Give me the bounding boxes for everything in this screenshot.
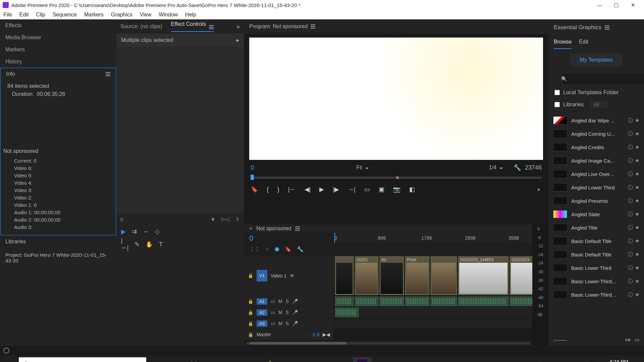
menu-clip[interactable]: Clip: [36, 12, 45, 18]
tab-effects[interactable]: Effects: [0, 19, 116, 32]
library-filter-select[interactable]: All: [590, 101, 607, 108]
premiere-taskbar-icon[interactable]: Pr: [353, 357, 372, 362]
mark-in-icon[interactable]: {: [267, 186, 269, 193]
menu-help[interactable]: Help: [185, 12, 196, 18]
tab-effect-controls[interactable]: Effect Controls: [171, 21, 214, 32]
marker-add-icon[interactable]: ⬣: [275, 246, 279, 252]
taskbar-clock[interactable]: 4:24 PM 11/2/2020: [606, 359, 628, 362]
program-viewer[interactable]: [249, 38, 543, 160]
step-back-icon[interactable]: ◀|: [305, 186, 311, 193]
favorite-icon[interactable]: ★: [635, 117, 639, 124]
marker-tag-icon[interactable]: 🔖: [285, 246, 291, 252]
snap-icon[interactable]: ⋮⋮: [249, 246, 260, 252]
a1-track[interactable]: [334, 296, 532, 307]
lock-icon[interactable]: 🔒: [248, 273, 253, 278]
disclosure-icon[interactable]: ▸: [236, 37, 239, 43]
minimize-button[interactable]: —: [591, 2, 608, 8]
maximize-button[interactable]: ▢: [608, 2, 625, 8]
zoom-out-icon[interactable]: ○: [247, 340, 250, 346]
local-templates-checkbox[interactable]: [554, 90, 560, 95]
my-templates-button[interactable]: My Templates: [570, 54, 622, 66]
track-select-tool[interactable]: ⇉: [132, 228, 137, 235]
template-item[interactable]: Angled Titleⓘ★: [548, 221, 644, 234]
template-item[interactable]: Angled Lower Thirdⓘ★: [548, 181, 644, 194]
zoom-fit-select[interactable]: Fit: [346, 165, 379, 171]
a2-header[interactable]: 🔒 A2 ▭MS🎤: [244, 307, 334, 318]
task-view-icon[interactable]: ⧉: [165, 357, 184, 362]
timeline-content[interactable]: 20201 An Price. 20201023_144653. 2020102…: [334, 256, 532, 340]
rate-stretch-tool[interactable]: ◇: [155, 228, 160, 235]
template-item[interactable]: Basic Lower-Third...ⓘ★: [548, 275, 644, 288]
master-header[interactable]: 🔒 Master -1.3 ▶◀: [244, 329, 334, 340]
tab-markers[interactable]: Markers: [0, 44, 116, 56]
menu-markers[interactable]: Markers: [84, 12, 104, 18]
selection-tool[interactable]: ▶: [121, 228, 126, 235]
program-menu-icon[interactable]: [311, 24, 315, 28]
panel-menu-icon[interactable]: [605, 25, 609, 29]
timeline-menu-icon[interactable]: [295, 227, 300, 231]
go-to-out-icon[interactable]: →|: [348, 186, 356, 193]
a3-header[interactable]: 🔒 A3 ▭MS🎤: [244, 318, 334, 329]
lock-icon[interactable]: 🔒: [248, 321, 253, 326]
edge-icon[interactable]: ◍: [315, 357, 334, 362]
template-item[interactable]: Angled Presentsⓘ★: [548, 194, 644, 207]
timeline-ruler[interactable]: 0 899 1799 2699 3598: [334, 233, 532, 243]
mail-icon[interactable]: ✉: [221, 357, 240, 362]
cortana-icon[interactable]: ○: [146, 357, 165, 362]
tab-history[interactable]: History: [0, 56, 116, 68]
ripple-edit-tool[interactable]: ↔: [143, 228, 149, 235]
a3-track[interactable]: [334, 318, 532, 329]
start-button[interactable]: ⊞: [0, 361, 19, 362]
zoom-out-icon[interactable]: ○───: [553, 337, 567, 343]
creative-cloud-icon[interactable]: [3, 348, 9, 354]
menu-edit[interactable]: Edit: [19, 12, 29, 18]
play-icon[interactable]: ▶: [319, 186, 324, 193]
clip[interactable]: An: [380, 256, 404, 295]
template-item[interactable]: Angled Coming U...ⓘ★: [548, 127, 644, 140]
toggle-output-icon[interactable]: 👁: [290, 273, 294, 279]
v1-header[interactable]: 🔒 V1 Video 1 👁: [244, 256, 334, 296]
program-timecode[interactable]: 0: [251, 164, 291, 171]
template-item[interactable]: Angled Creditsⓘ★: [548, 140, 644, 154]
linked-sel-icon[interactable]: ∩: [265, 246, 269, 252]
marker-icon[interactable]: 🔖: [251, 186, 258, 193]
button-editor-icon[interactable]: ＋: [536, 185, 542, 193]
lift-icon[interactable]: ▭: [364, 186, 370, 193]
tab-info[interactable]: Info: [6, 71, 15, 77]
office-icon[interactable]: ◍: [278, 357, 297, 362]
wrench-icon[interactable]: 🔧: [514, 164, 521, 171]
tab-libraries[interactable]: Libraries: [0, 235, 116, 248]
menu-file[interactable]: File: [3, 12, 12, 18]
type-tool[interactable]: T: [159, 241, 163, 248]
zoom-in-icon[interactable]: ○: [527, 340, 530, 346]
dropbox-icon[interactable]: ⬙: [240, 357, 259, 362]
hand-tool[interactable]: ✋: [146, 241, 153, 248]
export-frame-icon[interactable]: 📷: [393, 186, 400, 193]
master-gain[interactable]: -1.3: [311, 332, 319, 337]
menu-view[interactable]: View: [140, 12, 151, 18]
libraries-checkbox[interactable]: [554, 102, 560, 107]
tab-edit[interactable]: Edit: [579, 36, 588, 49]
menu-window[interactable]: Window: [159, 12, 178, 18]
extract-icon[interactable]: ▣: [379, 186, 384, 193]
mute-icon[interactable]: M: [278, 299, 282, 304]
export-icon[interactable]: ⇪: [235, 216, 240, 222]
slip-tool[interactable]: |↔|: [121, 241, 128, 248]
timeline-sequence-name[interactable]: Not sponsored: [256, 226, 291, 232]
panel-menu-icon[interactable]: [106, 72, 110, 76]
mark-out-icon[interactable]: }: [277, 186, 279, 193]
template-item[interactable]: Basic Default Titleⓘ★: [548, 248, 644, 261]
a1-header[interactable]: 🔒 A1 ▭MS🎤: [244, 296, 334, 307]
menu-sequence[interactable]: Sequence: [53, 12, 77, 18]
v1-track[interactable]: 20201 An Price. 20201023_144653. 2020102…: [334, 256, 532, 296]
scrub-bar[interactable]: [251, 177, 542, 179]
clip[interactable]: [335, 256, 354, 295]
playback-res-select[interactable]: 1/4: [489, 165, 503, 171]
step-fwd-icon[interactable]: |▶: [333, 186, 339, 193]
close-timeline-icon[interactable]: ×: [249, 226, 252, 232]
keyframe-nav-icon[interactable]: ▷◁: [221, 216, 229, 222]
template-search-input[interactable]: [562, 73, 644, 85]
timeline-timecode[interactable]: 0: [244, 233, 334, 243]
template-item[interactable]: Basic Default Titleⓘ★: [548, 234, 644, 248]
new-from-current-icon[interactable]: ▭: [635, 337, 639, 343]
